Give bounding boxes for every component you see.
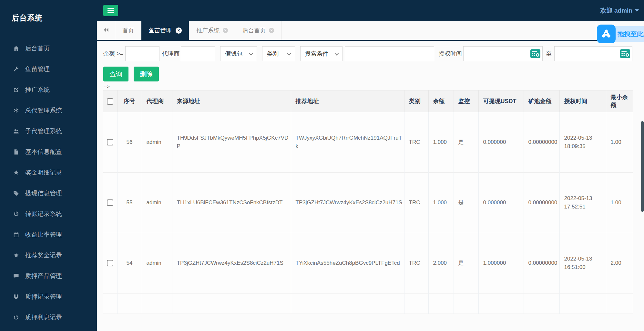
column-header-category: 类别	[404, 91, 428, 112]
upload-widget[interactable]: 拖拽至此上传	[597, 25, 644, 43]
select-all-checkbox[interactable]	[107, 98, 113, 105]
sidebar-item[interactable]: 质押产品管理	[0, 266, 97, 286]
row-checkbox[interactable]	[107, 199, 113, 206]
page-scrollbar[interactable]	[641, 121, 644, 212]
sidebar-item-label: 提现信息管理	[25, 189, 62, 198]
cell-balance: 1.000	[428, 112, 454, 173]
cell-category: TRC	[404, 112, 428, 173]
sidebar-item[interactable]: 推荐奖金记录	[0, 245, 97, 266]
delete-button[interactable]: 删除	[134, 67, 159, 81]
calendar-icon	[12, 232, 20, 238]
upload-widget-label: 拖拽至此上传	[613, 26, 644, 42]
column-header-pool-amount: 矿池金额	[524, 91, 559, 112]
close-icon[interactable]: ×	[223, 28, 228, 33]
star-icon	[12, 252, 20, 258]
cell-referral: TWJyxyXGbiUQh7RrrGMchNz191AQJFruTk	[291, 112, 404, 173]
welcome-label: 欢迎	[600, 6, 613, 15]
cloud-share-icon	[597, 25, 616, 43]
sidebar-item-label: 质押利息记录	[25, 313, 62, 322]
wrench-icon	[12, 66, 20, 72]
sidebar-item-label: 质押记录管理	[25, 293, 62, 301]
fish-table: 序号 代理商 来源地址 推荐地址 类别 余额 监控 可提现USDT 矿池金额 授…	[103, 90, 633, 314]
tabs-scroll-left-button[interactable]	[97, 21, 115, 40]
tab-home[interactable]: 首页	[115, 21, 141, 40]
calendar-icon[interactable]	[620, 49, 630, 58]
column-header-min-balance: 最小余额	[606, 91, 633, 112]
sidebar-item[interactable]: 基本信息配置	[0, 142, 97, 162]
cell-auth_time: 2022-05-13 17:52:51	[559, 173, 606, 233]
sidebar-item[interactable]: 推广系统	[0, 80, 97, 100]
close-icon[interactable]: ×	[176, 27, 182, 34]
username: admin	[614, 7, 632, 14]
hamburger-icon	[107, 8, 114, 9]
sidebar-item[interactable]: 鱼苗管理	[0, 59, 97, 80]
sidebar-item[interactable]: 质押利息记录	[0, 307, 97, 328]
tab-label: 推广系统	[196, 27, 220, 34]
column-header-withdrawable-usdt: 可提现USDT	[478, 91, 524, 112]
tag-icon	[12, 190, 20, 196]
cell-monitor: 是	[454, 112, 478, 173]
cell-agent: admin	[142, 112, 172, 173]
column-header-seq: 序号	[117, 91, 142, 112]
tab-label: 鱼苗管理	[148, 27, 172, 34]
cell-source: TH9DdsFSJTbMkQyweMH5FPhpX5jGKc7VDP	[172, 112, 291, 173]
tab-label: 后台首页	[242, 27, 266, 34]
tab-backend-home[interactable]: 后台首页 ×	[235, 21, 281, 40]
search-keyword-input[interactable]	[345, 46, 434, 61]
sidebar-item[interactable]: 总代管理系统	[0, 100, 97, 121]
row-checkbox[interactable]	[107, 260, 113, 266]
main-content: 余额 >= 代理商 假钱包 类别 搜索条件 授权时间 至	[97, 42, 644, 331]
cell-auth_time: 2022-05-13 18:09:35	[559, 112, 606, 173]
tab-label: 首页	[122, 27, 134, 34]
cell-pool_amount: 0.00000000	[524, 233, 559, 294]
fake-wallet-select[interactable]: 假钱包	[220, 46, 257, 61]
sidebar-item[interactable]: 质押记录管理	[0, 286, 97, 307]
cell-agent: admin	[142, 233, 172, 294]
sidebar-item[interactable]: 提现信息管理	[0, 183, 97, 204]
user-menu[interactable]: 欢迎 admin	[600, 0, 639, 21]
tab-promotion-system[interactable]: 推广系统 ×	[189, 21, 235, 40]
auth-time-label: 授权时间	[439, 50, 462, 58]
sidebar-item[interactable]: 子代管理系统	[0, 121, 97, 142]
row-checkbox[interactable]	[107, 139, 113, 145]
cell-withdrawable_usdt: 1.000000	[478, 233, 524, 294]
menu-toggle-button[interactable]	[103, 5, 118, 16]
top-header: 欢迎 admin	[97, 0, 644, 21]
sidebar: 后台系统 后台首页 鱼苗管理 推广系统 总代管理系统 子代管理系统 基本信息配置…	[0, 0, 97, 331]
to-label: 至	[546, 50, 552, 58]
home-icon	[12, 46, 20, 51]
table-container: 序号 代理商 来源地址 推荐地址 类别 余额 监控 可提现USDT 矿池金额 授…	[103, 90, 633, 314]
comment-icon	[12, 273, 20, 279]
tab-fish-management[interactable]: 鱼苗管理 ×	[141, 21, 189, 40]
column-header-monitor: 监控	[454, 91, 478, 112]
calendar-icon[interactable]	[530, 49, 540, 58]
agent-input[interactable]	[181, 46, 215, 61]
auth-time-end-field	[554, 46, 632, 61]
auth-time-start-field	[463, 46, 543, 61]
file-icon	[12, 149, 20, 155]
table-header-row: 序号 代理商 来源地址 推荐地址 类别 余额 监控 可提现USDT 矿池金额 授…	[103, 91, 633, 112]
cell-source: TLi1xLU6BiFCEw361TNzCSoFnkCBfstzDT	[172, 173, 291, 233]
sidebar-item[interactable]: 收益比率管理	[0, 224, 97, 245]
search-condition-select[interactable]: 搜索条件	[300, 46, 342, 61]
category-select[interactable]: 类别	[262, 46, 295, 61]
cell-seq: 56	[117, 112, 142, 173]
select-value: 类别	[267, 50, 279, 58]
select-value: 搜索条件	[305, 50, 328, 58]
close-icon[interactable]: ×	[269, 28, 274, 33]
column-header-source-address: 来源地址	[172, 91, 291, 112]
cell-withdrawable_usdt: 0.000000	[478, 173, 524, 233]
cell-auth_time: 2022-05-13 16:51:00	[559, 233, 606, 294]
tab-bar: 首页 鱼苗管理 × 推广系统 × 后台首页 × 关闭	[97, 21, 644, 41]
sidebar-item-label: 子代管理系统	[25, 127, 62, 135]
balance-input[interactable]	[125, 46, 159, 61]
query-button[interactable]: 查询	[103, 67, 128, 81]
sidebar-item-label: 收益比率管理	[25, 230, 62, 239]
sidebar-item[interactable]: 奖金明细记录	[0, 162, 97, 183]
column-header-referral-address: 推荐地址	[291, 91, 404, 112]
sidebar-item-label: 转账记录系统	[25, 210, 62, 218]
chevron-down-icon	[249, 51, 253, 55]
sidebar-item[interactable]: 转账记录系统	[0, 204, 97, 224]
sidebar-item[interactable]: 后台首页	[0, 38, 97, 59]
app-title: 后台系统	[12, 13, 43, 23]
